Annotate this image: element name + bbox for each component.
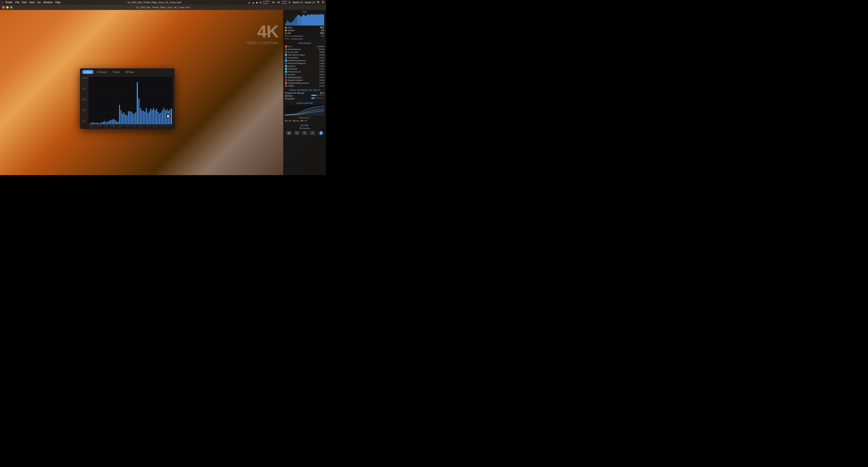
svg-rect-60 (98, 123, 99, 124)
chart-clock-icon: 🕐 (166, 114, 170, 118)
svg-rect-102 (160, 112, 161, 124)
load-legend: 6.23 3.66 2.73 (285, 119, 324, 122)
svg-rect-13 (296, 17, 297, 26)
y-label-50: 50% (82, 98, 88, 101)
cpu-idle-value: 32% (320, 32, 324, 34)
processor-bar-fill (311, 97, 314, 99)
svg-rect-89 (142, 110, 142, 124)
svg-rect-98 (155, 110, 156, 124)
help-menu[interactable]: Help (55, 1, 61, 4)
uptime-up-icon[interactable]: ↑ (310, 131, 315, 135)
cpu1-temp-label: CPU 1 Temperature (285, 38, 303, 40)
svg-rect-66 (107, 121, 108, 124)
go-menu[interactable]: Go (37, 1, 41, 4)
vlc-icon (285, 46, 287, 48)
process-photoshop: Photoshop CC 0.2% (285, 70, 324, 73)
process-photoshop-name: Photoshop CC (285, 70, 301, 73)
process-whatsapp-name: WhatsApp (285, 68, 297, 70)
process-systemui: SystemUIServer 0.2% (285, 79, 324, 82)
svg-rect-23 (304, 16, 305, 26)
minimize-button[interactable] (6, 6, 9, 9)
window-menu[interactable]: Window (43, 1, 53, 4)
svg-rect-45 (323, 14, 324, 26)
process-dropbox-name: Dropbox (285, 65, 296, 67)
svg-rect-93 (147, 113, 148, 124)
menubar:  Finder File Edit View Go Window Help o… (0, 0, 326, 5)
launchd-icon (285, 74, 287, 76)
svg-rect-40 (319, 15, 320, 26)
process-fancontrol-pct: 0.3% (319, 62, 324, 64)
maximize-button[interactable] (10, 6, 12, 9)
svg-rect-26 (307, 15, 308, 26)
svg-rect-67 (109, 121, 110, 124)
svg-rect-64 (104, 121, 105, 124)
menubar-temp: 99° (272, 1, 275, 4)
resolution-overlay: 4K *3,840 × 2,160 Pixels (246, 23, 278, 45)
process-launchd-pct: 0.2% (319, 73, 324, 76)
uptime-value: 49 minutes (285, 127, 324, 129)
idle-dot (285, 32, 287, 34)
fps-row: Frames Per Second 62.3 (285, 92, 324, 94)
process-istat: iStat Menus Status 3.4% (285, 53, 324, 56)
svg-rect-11 (294, 20, 294, 26)
svg-rect-100 (158, 112, 159, 124)
finder-menu[interactable]: Finder (5, 1, 12, 4)
x-label-536: 5:36 (103, 125, 110, 127)
file-menu[interactable]: File (15, 1, 19, 4)
load-5min-value: 3.66 (295, 120, 299, 122)
svg-rect-18 (300, 16, 301, 26)
process-notifyd-name: notifyd (285, 85, 294, 87)
load-1min-value: 6.23 (287, 120, 291, 122)
uptime-circle-icon[interactable]: ● (318, 131, 323, 135)
svg-rect-28 (309, 15, 309, 26)
process-dropbox-pct: 0.3% (319, 65, 324, 67)
uptime-title: UPTIME (285, 124, 324, 126)
view-menu[interactable]: View (29, 1, 35, 4)
menubar-datetime: Martin LO (292, 1, 303, 4)
svg-rect-3 (287, 20, 288, 26)
load-gray-dot (301, 120, 303, 121)
svg-rect-19 (301, 17, 302, 26)
menubar-menu-icon[interactable]: ☰ (322, 1, 324, 4)
process-whatsapp-pct: 0.2% (319, 68, 324, 70)
kernel-icon (285, 51, 287, 53)
uptime-monitor-icon[interactable]: 🖥 (286, 131, 291, 135)
svg-rect-76 (122, 114, 123, 124)
menubar-dropbox-icon: ☁ (252, 1, 254, 4)
tab-7days[interactable]: 7 Days (110, 70, 122, 74)
x-label-541: 5:41 (110, 125, 117, 127)
svg-rect-22 (304, 14, 304, 26)
tab-24hours[interactable]: 24 Hours (95, 70, 109, 74)
edit-menu[interactable]: Edit (22, 1, 27, 4)
process-kernel-name: kernel_task (285, 51, 298, 53)
svg-rect-74 (119, 105, 120, 124)
x-label-546: 5:46 (117, 125, 123, 127)
uptime-list-icon[interactable]: ≡ (294, 131, 300, 135)
process-whatsapp: WhatsApp 0.2% (285, 67, 324, 70)
load-5min: 3.66 (293, 120, 299, 122)
menubar-title: ok_h265_8bit_79mbit_59fps_Sony_4K_Camp.m… (127, 1, 181, 4)
svg-rect-32 (312, 15, 313, 26)
tab-1hour[interactable]: 1 Hour (82, 70, 94, 74)
cpu-section: CPU (283, 10, 326, 41)
uptime-export-icon[interactable]: ⤴ (302, 131, 307, 135)
cpu-system-label: System (287, 29, 294, 32)
process-vlc: VLC 618.9% (285, 45, 324, 48)
process-adobe: Adobe Desktop Service 0.2% (285, 82, 324, 84)
whatsapp-icon (285, 68, 287, 70)
y-label-0: 0% (82, 120, 88, 122)
menubar-battery: R: (289, 1, 291, 4)
dropbox-icon (285, 65, 287, 67)
tab-30days[interactable]: 30 Days (123, 70, 136, 74)
svg-rect-96 (152, 110, 153, 124)
close-button[interactable] (2, 6, 5, 9)
title-file: ok_h265_8bit_79mbit_59fps_Sony_4K_Camp.m… (127, 1, 181, 4)
menubar-search-icon[interactable]: 🔍 (317, 1, 320, 4)
process-coreaudiod-pct: 0.7% (319, 56, 324, 59)
svg-rect-38 (317, 15, 318, 26)
load-orange-dot (293, 120, 294, 121)
svg-rect-1 (285, 23, 286, 26)
process-coreaudiod-name: coreaudiod (285, 56, 298, 59)
4k-text: 4K (246, 23, 278, 40)
apple-menu[interactable]:  (2, 1, 3, 4)
